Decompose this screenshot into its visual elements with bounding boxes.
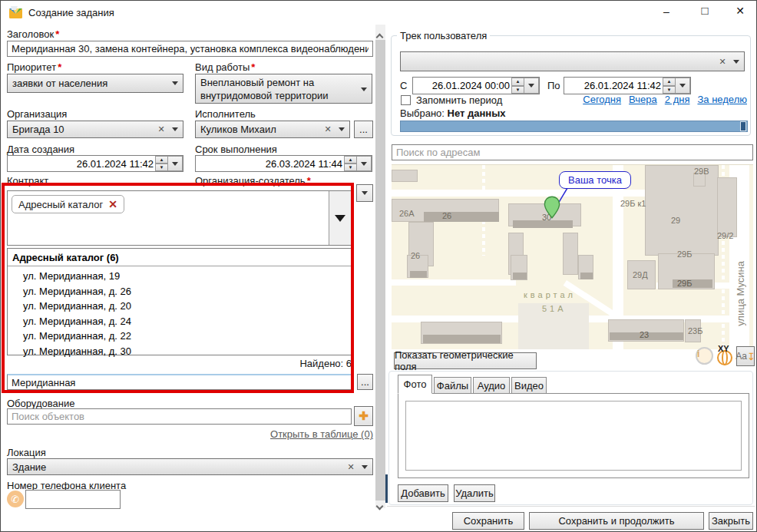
map-building-wing: [580, 273, 593, 279]
calendar-dropdown-button[interactable]: [357, 156, 372, 171]
labels-toggle-button[interactable]: Aa↧: [736, 346, 755, 366]
clear-icon[interactable]: ✕: [322, 124, 334, 134]
work-type-select[interactable]: Внеплановый ремонт на внутридомовой терр…: [195, 74, 372, 104]
address-map-search-input[interactable]: [392, 144, 753, 160]
priority-select[interactable]: заявки от населения: [7, 74, 183, 93]
spin-up-icon: ▲: [155, 156, 168, 164]
address-search-input[interactable]: [7, 374, 353, 390]
title-bar[interactable]: Создание задания – □ ✕: [1, 1, 756, 24]
client-phone-input[interactable]: [25, 490, 121, 509]
address-more-button[interactable]: ...: [357, 374, 373, 390]
tab-audio[interactable]: Аудио: [473, 377, 510, 394]
track-range-slider[interactable]: [400, 121, 748, 132]
track-from-field[interactable]: 26.01.2024 00:00 ▲▼: [412, 77, 540, 94]
tab-files[interactable]: Файлы: [434, 377, 471, 394]
address-list-item[interactable]: ул. Меридианная, д. 24: [23, 314, 351, 329]
slider-handle[interactable]: [740, 121, 746, 131]
equipment-search-input[interactable]: [7, 408, 352, 425]
chevron-down-icon[interactable]: [356, 88, 372, 91]
open-in-table-link[interactable]: Открыть в таблице (0): [7, 428, 373, 440]
address-dropdown-button[interactable]: [329, 191, 351, 245]
chevron-down-icon: [335, 215, 345, 222]
remember-period-checkbox[interactable]: [401, 95, 411, 105]
chevron-down-icon[interactable]: [357, 459, 372, 474]
address-list-item[interactable]: ул. Меридианная, д. 30: [23, 344, 351, 359]
date-created-value[interactable]: 26.01.2024 11:42: [8, 158, 155, 170]
link-week[interactable]: За неделю: [697, 94, 747, 105]
map-building-label: 29Б: [677, 249, 692, 259]
left-panel-scrollbar[interactable]: [375, 25, 385, 508]
maximize-button[interactable]: □: [696, 4, 714, 19]
address-found-count: Найдено: 6: [7, 358, 352, 369]
track-user-select[interactable]: ✕: [400, 51, 745, 71]
address-list-item[interactable]: ул. Меридианная, д. 26: [23, 284, 351, 299]
chip-remove-icon[interactable]: ✕: [108, 198, 117, 210]
add-attachment-button[interactable]: Добавить: [398, 484, 448, 502]
chevron-down-icon[interactable]: [167, 121, 183, 137]
address-catalog-chip[interactable]: Адресный каталог ✕: [12, 195, 124, 213]
map-marker-icon[interactable]: [544, 196, 560, 219]
xy-coordinates-icon[interactable]: XY: [716, 345, 736, 366]
close-button[interactable]: Закрыть: [709, 512, 753, 530]
spinner-buttons[interactable]: ▲▼: [511, 78, 524, 94]
calendar-dropdown-button[interactable]: [676, 78, 690, 94]
scroll-down-icon[interactable]: [377, 498, 382, 512]
close-window-button[interactable]: ✕: [731, 5, 749, 20]
map-district-label: квартал: [524, 290, 576, 299]
tab-photo[interactable]: Фото: [398, 375, 432, 394]
address-list-item[interactable]: ул. Меридианная, 19: [23, 269, 351, 284]
location-select[interactable]: Здание ✕: [7, 458, 373, 475]
spinner-buttons[interactable]: ▲▼: [155, 156, 168, 171]
track-to-value[interactable]: 26.01.2024 11:42: [564, 80, 663, 91]
save-button[interactable]: Сохранить: [452, 512, 524, 530]
pin-icon: ↧: [747, 351, 755, 362]
header-input[interactable]: [7, 41, 373, 57]
date-created-field[interactable]: 26.01.2024 11:42 ▲▼: [7, 155, 183, 172]
chip-label: Адресный каталог: [18, 199, 103, 210]
link-today[interactable]: Сегодня: [583, 94, 621, 105]
address-group-header: Адресный каталог (6): [8, 249, 351, 266]
track-to-field[interactable]: 26.01.2024 11:42 ▲▼: [564, 77, 691, 94]
map-canvas[interactable]: 26А 26 26 30 29В 29Б к1 29 29/2 29Д 29Б …: [392, 164, 753, 349]
splitter-handle[interactable]: [385, 474, 388, 503]
photo-list-area[interactable]: [405, 401, 742, 471]
track-from-value[interactable]: 26.01.2024 00:00: [413, 80, 511, 91]
address-list-item[interactable]: ул. Меридианная, д. 22: [23, 329, 351, 344]
spinner-buttons[interactable]: ▲▼: [344, 156, 357, 171]
address-list-item[interactable]: ул. Меридианная, д. 20: [23, 299, 351, 314]
show-geometry-fields-button[interactable]: Показать геометрические поля: [394, 352, 537, 369]
chevron-down-icon[interactable]: [334, 121, 349, 137]
map-building-label: 29В: [694, 167, 709, 176]
map-building-label: 23Б: [688, 326, 702, 335]
link-yesterday[interactable]: Вчера: [629, 94, 657, 105]
spinner-buttons[interactable]: ▲▼: [663, 78, 676, 94]
organization-select[interactable]: Бригада 10 ✕: [7, 121, 183, 138]
creator-org-dropdown-button[interactable]: [356, 184, 373, 202]
clear-icon[interactable]: ✕: [716, 57, 729, 67]
deadline-value[interactable]: 26.03.2024 11:44: [196, 158, 344, 170]
calendar-dropdown-button[interactable]: [168, 156, 183, 171]
chevron-down-icon[interactable]: [167, 74, 183, 92]
executor-label: Исполнитель: [195, 108, 256, 120]
chevron-down-icon[interactable]: [729, 52, 744, 71]
executor-value: Куликов Михаил: [200, 124, 322, 135]
info-icon[interactable]: i: [696, 347, 713, 365]
address-catalog-editor[interactable]: Адресный каталог ✕: [7, 190, 352, 246]
link-2days[interactable]: 2 дня: [665, 94, 690, 105]
address-popup: Адресный каталог (6) ул. Меридианная, 19…: [7, 248, 352, 355]
clear-icon[interactable]: ✕: [345, 462, 357, 472]
delete-attachment-button[interactable]: Удалить: [454, 484, 495, 502]
calendar-dropdown-button[interactable]: [524, 78, 539, 94]
save-and-continue-button[interactable]: Сохранить и продолжить: [529, 512, 704, 530]
executor-more-button[interactable]: ...: [354, 121, 373, 138]
window-title: Создание задания: [28, 7, 114, 18]
add-equipment-button[interactable]: ✚: [354, 406, 373, 426]
deadline-field[interactable]: 26.03.2024 11:44 ▲▼: [195, 155, 372, 172]
scrollbar-thumb[interactable]: [375, 40, 385, 501]
map-building-label: 29Б: [677, 279, 692, 288]
executor-select[interactable]: Куликов Михаил ✕: [195, 121, 350, 138]
required-asterisk: *: [55, 28, 59, 40]
minimize-button[interactable]: –: [657, 5, 676, 19]
tab-video[interactable]: Видео: [511, 377, 547, 394]
clear-icon[interactable]: ✕: [155, 124, 167, 134]
